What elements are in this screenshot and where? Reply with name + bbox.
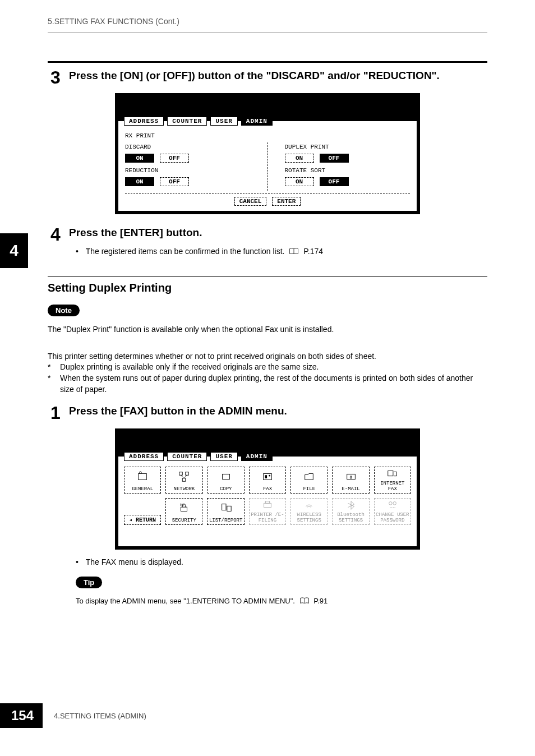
rotate-on-button[interactable]: ON [285, 177, 314, 186]
tip-page-ref: P.91 [313, 597, 328, 605]
wireless-settings-button[interactable]: WIRELESS SETTINGS [290, 498, 328, 525]
tab-address[interactable]: ADDRESS [124, 452, 164, 461]
star-note-2: *When the system runs out of paper durin… [48, 373, 487, 395]
reduction-label: REDUCTION [125, 167, 251, 174]
list-report-button[interactable]: LIST/REPORT [207, 498, 244, 525]
step-number: 4 [48, 225, 63, 243]
step-text: Press the [FAX] button in the ADMIN menu… [69, 404, 487, 418]
svg-rect-5 [183, 478, 186, 482]
internet-fax-button[interactable]: INTERNET FAX [374, 467, 411, 494]
section-heading-rule [48, 276, 487, 277]
tip-badge: Tip [76, 577, 102, 588]
printer-efiling-button[interactable]: PRINTER /E-FILING [249, 498, 286, 525]
section-heading: Setting Duplex Printing [48, 282, 487, 294]
svg-rect-8 [265, 476, 267, 479]
fax-button[interactable]: FAX [249, 467, 286, 494]
chapter-tab: 4 [0, 233, 28, 268]
svg-text:****: **** [389, 508, 395, 510]
fax-menu-note: • The FAX menu is displayed. [76, 557, 487, 566]
file-button[interactable]: FILE [290, 467, 328, 494]
discard-label: DISCARD [125, 144, 251, 150]
note-badge: Note [48, 305, 80, 316]
tab-user[interactable]: USER [210, 452, 237, 461]
rx-print-screenshot: ADDRESS COUNTER USER ADMIN RX PRINT DISC… [48, 93, 487, 214]
svg-point-20 [393, 502, 396, 505]
duplex-off-button[interactable]: OFF [320, 154, 349, 163]
network-button[interactable]: NETWORK [165, 467, 202, 494]
tab-row: ADDRESS COUNTER USER ADMIN [124, 452, 273, 461]
star-note-1: *Duplex printing is available only if th… [48, 362, 487, 373]
rotate-off-button[interactable]: OFF [320, 177, 349, 186]
fax-menu-note-text: The FAX menu is displayed. [86, 557, 183, 566]
svg-rect-1 [139, 474, 147, 480]
return-button[interactable]: ◂ RETURN [124, 515, 161, 525]
footer-text: 4.SETTING ITEMS (ADMIN) [54, 712, 146, 720]
reduction-on-button[interactable]: ON [125, 177, 154, 186]
rotate-sort-label: ROTATE SORT [285, 167, 411, 174]
step-text: Press the [ENTER] button. [69, 225, 487, 240]
svg-rect-3 [179, 472, 183, 476]
step-text: Press the [ON] (or [OFF]) button of the … [69, 68, 487, 83]
section-rule [48, 61, 487, 63]
svg-rect-4 [186, 472, 189, 476]
svg-rect-16 [227, 506, 230, 511]
rx-print-title: RX PRINT [125, 132, 410, 139]
step-4-note: • The registered items can be confirmed … [76, 247, 487, 256]
tab-admin[interactable]: ADMIN [241, 117, 273, 126]
cancel-button[interactable]: CANCEL [234, 197, 267, 206]
svg-rect-18 [265, 501, 269, 504]
discard-on-button[interactable]: ON [125, 154, 154, 163]
security-button[interactable]: PDFSECURITY [165, 498, 202, 525]
tab-row: ADDRESS COUNTER USER ADMIN [124, 117, 273, 126]
svg-rect-17 [264, 504, 271, 508]
tab-user[interactable]: USER [210, 117, 237, 126]
tab-admin[interactable]: ADMIN [241, 452, 273, 461]
svg-rect-7 [264, 474, 272, 480]
tip-text-row: To display the ADMIN menu, see "1.ENTERI… [76, 596, 487, 607]
step-4: 4 Press the [ENTER] button. [48, 225, 487, 243]
step-number: 1 [48, 404, 63, 422]
book-icon [289, 247, 299, 256]
admin-menu-screenshot: ADDRESS COUNTER USER ADMIN GENERAL NETWO… [48, 428, 487, 550]
book-icon [299, 597, 310, 607]
reduction-off-button[interactable]: OFF [160, 177, 189, 186]
note-text: The "Duplex Print" function is available… [48, 324, 487, 335]
bluetooth-settings-button[interactable]: Bluetooth SETTINGS [332, 498, 369, 525]
duplex-print-label: DUPLEX PRINT [285, 144, 411, 150]
running-header: 5.SETTING FAX FUNCTIONS (Cont.) [0, 0, 535, 33]
page-ref: P.174 [303, 247, 323, 256]
page-footer: 154 4.SETTING ITEMS (ADMIN) [0, 703, 146, 728]
step-3: 3 Press the [ON] (or [OFF]) button of th… [48, 68, 487, 86]
copy-button[interactable]: COPY [207, 467, 245, 494]
page-number: 154 [0, 703, 43, 728]
tab-address[interactable]: ADDRESS [124, 117, 164, 126]
enter-button[interactable]: ENTER [272, 197, 301, 206]
change-password-button[interactable]: ****CHANGE USER PASSWORD [374, 498, 411, 525]
general-button[interactable]: GENERAL [124, 467, 161, 494]
svg-rect-12 [388, 471, 393, 476]
svg-rect-15 [222, 504, 225, 510]
step-1: 1 Press the [FAX] button in the ADMIN me… [48, 404, 487, 422]
step-number: 3 [48, 68, 63, 86]
svg-rect-6 [222, 474, 229, 480]
discard-off-button[interactable]: OFF [160, 154, 189, 163]
intro-paragraph: This printer setting determines whether … [48, 351, 487, 362]
svg-point-9 [269, 475, 270, 477]
tab-counter[interactable]: COUNTER [167, 117, 207, 126]
svg-rect-13 [181, 507, 187, 511]
tip-text: To display the ADMIN menu, see "1.ENTERI… [76, 597, 295, 605]
duplex-on-button[interactable]: ON [285, 154, 314, 163]
tab-counter[interactable]: COUNTER [167, 452, 207, 461]
step-4-note-text: The registered items can be confirmed in… [86, 247, 285, 256]
svg-text:PDF: PDF [180, 504, 185, 507]
email-button[interactable]: @E-MAIL [332, 467, 369, 494]
header-rule [48, 33, 487, 33]
svg-point-2 [140, 472, 142, 474]
svg-point-19 [389, 502, 392, 505]
svg-text:@: @ [349, 475, 352, 480]
